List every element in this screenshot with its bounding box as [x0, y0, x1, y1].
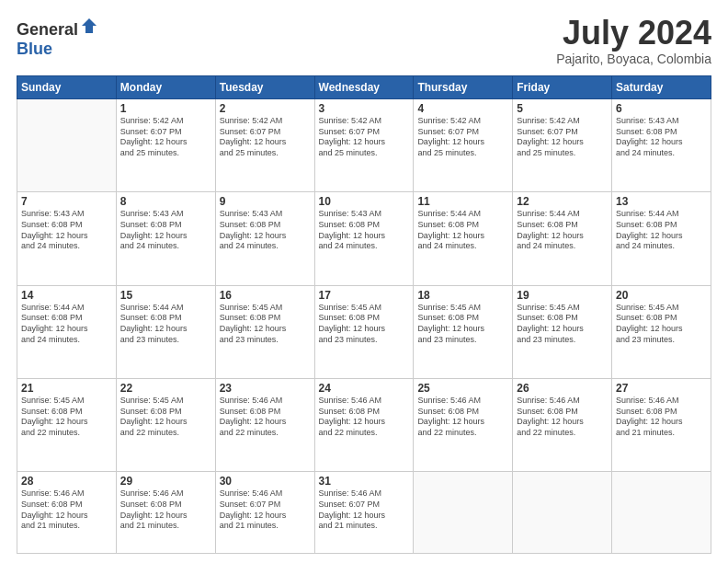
- day-number: 1: [120, 102, 211, 115]
- day-info: Sunrise: 5:43 AMSunset: 6:08 PMDaylight:…: [319, 209, 410, 252]
- calendar-cell: [513, 472, 612, 554]
- day-info: Sunrise: 5:46 AMSunset: 6:07 PMDaylight:…: [220, 488, 311, 532]
- week-row-5: 28Sunrise: 5:46 AMSunset: 6:08 PMDayligh…: [17, 472, 711, 554]
- calendar-cell: 21Sunrise: 5:45 AMSunset: 6:08 PMDayligh…: [17, 378, 117, 471]
- calendar-cell: 12Sunrise: 5:44 AMSunset: 6:08 PMDayligh…: [513, 192, 612, 285]
- day-info: Sunrise: 5:44 AMSunset: 6:08 PMDaylight:…: [517, 209, 608, 252]
- day-number: 30: [220, 475, 311, 488]
- day-info: Sunrise: 5:43 AMSunset: 6:08 PMDaylight:…: [21, 209, 112, 252]
- calendar-cell: 28Sunrise: 5:46 AMSunset: 6:08 PMDayligh…: [17, 472, 117, 554]
- day-info: Sunrise: 5:45 AMSunset: 6:08 PMDaylight:…: [417, 303, 508, 346]
- logo-general-text: General: [17, 20, 78, 40]
- calendar-cell: 24Sunrise: 5:46 AMSunset: 6:08 PMDayligh…: [314, 378, 414, 471]
- day-number: 26: [517, 382, 608, 395]
- calendar-cell: 17Sunrise: 5:45 AMSunset: 6:08 PMDayligh…: [314, 285, 414, 378]
- calendar-cell: 14Sunrise: 5:44 AMSunset: 6:08 PMDayligh…: [17, 285, 117, 378]
- logo-icon: [80, 17, 98, 35]
- day-info: Sunrise: 5:43 AMSunset: 6:08 PMDaylight:…: [220, 209, 311, 252]
- day-info: Sunrise: 5:42 AMSunset: 6:07 PMDaylight:…: [517, 116, 608, 159]
- day-info: Sunrise: 5:44 AMSunset: 6:08 PMDaylight:…: [21, 303, 112, 346]
- calendar-cell: 18Sunrise: 5:45 AMSunset: 6:08 PMDayligh…: [414, 285, 513, 378]
- day-number: 3: [319, 102, 410, 115]
- logo-blue-text: Blue: [17, 40, 52, 59]
- calendar-cell: 19Sunrise: 5:45 AMSunset: 6:08 PMDayligh…: [513, 285, 612, 378]
- day-number: 17: [319, 289, 410, 302]
- day-info: Sunrise: 5:42 AMSunset: 6:07 PMDaylight:…: [220, 116, 311, 159]
- calendar-cell: 29Sunrise: 5:46 AMSunset: 6:08 PMDayligh…: [116, 472, 215, 554]
- calendar-cell: 30Sunrise: 5:46 AMSunset: 6:07 PMDayligh…: [215, 472, 314, 554]
- day-info: Sunrise: 5:46 AMSunset: 6:08 PMDaylight:…: [517, 396, 608, 439]
- day-number: 19: [517, 289, 608, 302]
- day-number: 7: [21, 195, 112, 208]
- day-info: Sunrise: 5:42 AMSunset: 6:07 PMDaylight:…: [319, 116, 410, 159]
- weekday-header-friday: Friday: [513, 76, 612, 99]
- week-row-2: 7Sunrise: 5:43 AMSunset: 6:08 PMDaylight…: [17, 192, 711, 285]
- title-section: July 2024 Pajarito, Boyaca, Colombia: [556, 17, 711, 66]
- day-number: 10: [319, 195, 410, 208]
- calendar-cell: 20Sunrise: 5:45 AMSunset: 6:08 PMDayligh…: [612, 285, 711, 378]
- day-info: Sunrise: 5:45 AMSunset: 6:08 PMDaylight:…: [21, 396, 112, 439]
- calendar-cell: 3Sunrise: 5:42 AMSunset: 6:07 PMDaylight…: [314, 99, 414, 192]
- calendar-cell: 2Sunrise: 5:42 AMSunset: 6:07 PMDaylight…: [215, 99, 314, 192]
- day-info: Sunrise: 5:46 AMSunset: 6:08 PMDaylight:…: [120, 488, 211, 532]
- day-info: Sunrise: 5:44 AMSunset: 6:08 PMDaylight:…: [120, 303, 211, 346]
- day-number: 12: [517, 195, 608, 208]
- weekday-header-tuesday: Tuesday: [215, 76, 314, 99]
- day-info: Sunrise: 5:44 AMSunset: 6:08 PMDaylight:…: [616, 209, 707, 252]
- day-info: Sunrise: 5:45 AMSunset: 6:08 PMDaylight:…: [220, 303, 311, 346]
- calendar-cell: 11Sunrise: 5:44 AMSunset: 6:08 PMDayligh…: [414, 192, 513, 285]
- week-row-1: 1Sunrise: 5:42 AMSunset: 6:07 PMDaylight…: [17, 99, 711, 192]
- day-number: 18: [417, 289, 508, 302]
- day-info: Sunrise: 5:46 AMSunset: 6:08 PMDaylight:…: [417, 396, 508, 439]
- day-number: 6: [616, 102, 707, 115]
- calendar-cell: 10Sunrise: 5:43 AMSunset: 6:08 PMDayligh…: [314, 192, 414, 285]
- calendar-cell: 5Sunrise: 5:42 AMSunset: 6:07 PMDaylight…: [513, 99, 612, 192]
- day-info: Sunrise: 5:46 AMSunset: 6:08 PMDaylight:…: [616, 396, 707, 439]
- weekday-header-row: SundayMondayTuesdayWednesdayThursdayFrid…: [17, 76, 711, 99]
- page: General Blue July 2024 Pajarito, Boyaca,…: [0, 0, 728, 563]
- calendar-cell: 27Sunrise: 5:46 AMSunset: 6:08 PMDayligh…: [612, 378, 711, 471]
- day-info: Sunrise: 5:45 AMSunset: 6:08 PMDaylight:…: [120, 396, 211, 439]
- day-number: 4: [417, 102, 508, 115]
- day-number: 11: [417, 195, 508, 208]
- day-number: 2: [220, 102, 311, 115]
- day-info: Sunrise: 5:42 AMSunset: 6:07 PMDaylight:…: [120, 116, 211, 159]
- calendar-cell: 23Sunrise: 5:46 AMSunset: 6:08 PMDayligh…: [215, 378, 314, 471]
- day-info: Sunrise: 5:42 AMSunset: 6:07 PMDaylight:…: [417, 116, 508, 159]
- calendar-cell: 15Sunrise: 5:44 AMSunset: 6:08 PMDayligh…: [116, 285, 215, 378]
- month-year-title: July 2024: [556, 17, 711, 50]
- calendar-cell: 4Sunrise: 5:42 AMSunset: 6:07 PMDaylight…: [414, 99, 513, 192]
- calendar-cell: 22Sunrise: 5:45 AMSunset: 6:08 PMDayligh…: [116, 378, 215, 471]
- day-info: Sunrise: 5:45 AMSunset: 6:08 PMDaylight:…: [517, 303, 608, 346]
- day-number: 13: [616, 195, 707, 208]
- weekday-header-sunday: Sunday: [17, 76, 117, 99]
- day-number: 21: [21, 382, 112, 395]
- week-row-3: 14Sunrise: 5:44 AMSunset: 6:08 PMDayligh…: [17, 285, 711, 378]
- header: General Blue July 2024 Pajarito, Boyaca,…: [17, 17, 711, 66]
- day-number: 24: [319, 382, 410, 395]
- calendar-cell: 1Sunrise: 5:42 AMSunset: 6:07 PMDaylight…: [116, 99, 215, 192]
- day-number: 22: [120, 382, 211, 395]
- day-number: 5: [517, 102, 608, 115]
- day-number: 16: [220, 289, 311, 302]
- week-row-4: 21Sunrise: 5:45 AMSunset: 6:08 PMDayligh…: [17, 378, 711, 471]
- calendar-cell: 9Sunrise: 5:43 AMSunset: 6:08 PMDaylight…: [215, 192, 314, 285]
- day-info: Sunrise: 5:46 AMSunset: 6:08 PMDaylight:…: [220, 396, 311, 439]
- calendar-cell: 7Sunrise: 5:43 AMSunset: 6:08 PMDaylight…: [17, 192, 117, 285]
- day-number: 20: [616, 289, 707, 302]
- day-number: 23: [220, 382, 311, 395]
- calendar-table: SundayMondayTuesdayWednesdayThursdayFrid…: [17, 75, 711, 554]
- day-info: Sunrise: 5:44 AMSunset: 6:08 PMDaylight:…: [417, 209, 508, 252]
- day-info: Sunrise: 5:46 AMSunset: 6:08 PMDaylight:…: [21, 488, 112, 532]
- calendar-cell: 13Sunrise: 5:44 AMSunset: 6:08 PMDayligh…: [612, 192, 711, 285]
- calendar-cell: 26Sunrise: 5:46 AMSunset: 6:08 PMDayligh…: [513, 378, 612, 471]
- day-info: Sunrise: 5:45 AMSunset: 6:08 PMDaylight:…: [319, 303, 410, 346]
- calendar-cell: 25Sunrise: 5:46 AMSunset: 6:08 PMDayligh…: [414, 378, 513, 471]
- logo: General Blue: [17, 17, 98, 59]
- calendar-cell: 6Sunrise: 5:43 AMSunset: 6:08 PMDaylight…: [612, 99, 711, 192]
- day-number: 8: [120, 195, 211, 208]
- day-info: Sunrise: 5:45 AMSunset: 6:08 PMDaylight:…: [616, 303, 707, 346]
- calendar-cell: 16Sunrise: 5:45 AMSunset: 6:08 PMDayligh…: [215, 285, 314, 378]
- day-number: 27: [616, 382, 707, 395]
- day-number: 9: [220, 195, 311, 208]
